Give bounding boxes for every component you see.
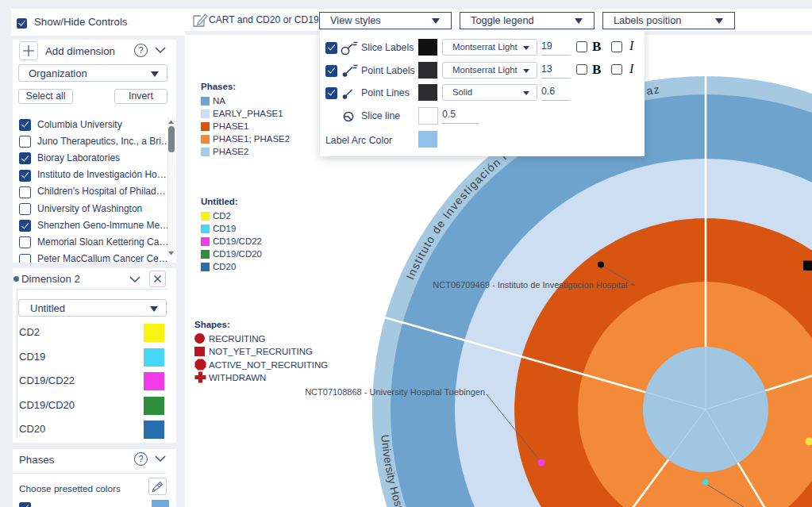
svg-text:NCT07108868 - University Hospi: NCT07108868 - University Hospital Tuebin…	[305, 387, 485, 397]
svg-text:NCT06709469 - Instituto de Inv: NCT06709469 - Instituto de Investigación…	[433, 280, 635, 290]
